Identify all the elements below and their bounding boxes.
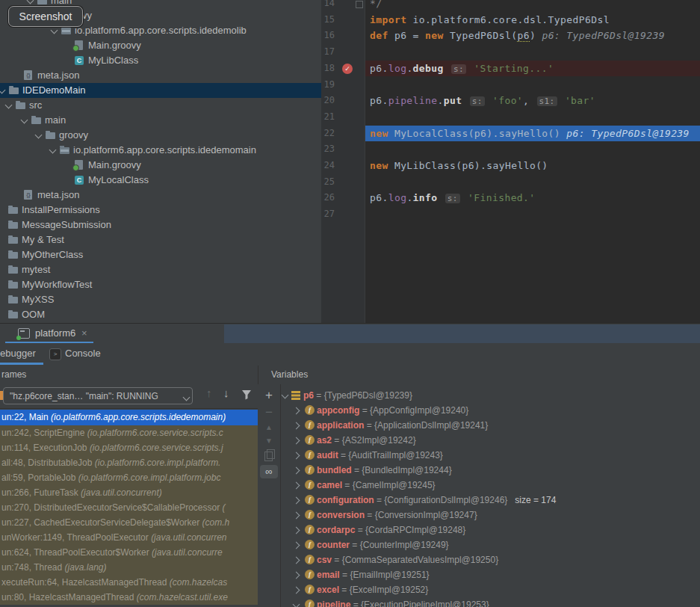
tree-item-mylocalclass[interactable]: CMyLocalClass [0,173,321,188]
variable-row-configuration[interactable]: fconfiguration = {ConfigurationDslImpl@1… [281,493,700,508]
tab-platform6[interactable]: platform6 × [5,324,93,344]
frame-row-3[interactable]: all:48, DistributableJob (io.platform6.c… [0,455,258,470]
frame-row-5[interactable]: un:266, FutureTask (java.util.concurrent… [0,485,258,500]
frame-row-8[interactable]: unWorker:1149, ThreadPoolExecutor (java.… [0,530,258,545]
code-line-16[interactable]: def p6 = new TypedP6Dsl(p6) p6: TypedP6D… [365,28,700,44]
chevron-right-icon[interactable] [293,497,300,505]
add-watch-icon[interactable]: + [258,388,280,403]
chevron-right-icon[interactable] [293,542,300,549]
tree-item-src[interactable]: src [0,98,321,113]
variable-row-audit[interactable]: faudit = {AuditTrailImpl@19243} [281,448,700,463]
frame-row-7[interactable]: un:227, CachedExecutorServiceDelegate$Wo… [0,515,258,530]
variable-row-p6[interactable]: p6 = {TypedP6Dsl@19239} [281,388,700,403]
frame-row-10[interactable]: un:748, Thread (java.lang) [0,560,258,575]
variable-row-as2[interactable]: fas2 = {AS2Impl@19242} [281,433,700,448]
frame-row-0[interactable]: un:22, Main (io.platform6.app.core.scrip… [0,410,258,425]
variable-row-csv[interactable]: fcsv = {CommaSeparatedValuesImpl@19250} [281,552,700,567]
variable-row-application[interactable]: fapplication = {ApplicationDslImpl@19241… [281,418,700,433]
chevron-right-icon[interactable] [293,437,300,445]
frame-row-1[interactable]: un:242, ScriptEngine (io.platform6.core.… [0,425,258,440]
frame-row-2[interactable]: un:114, ExecutionJob (io.platform6.core.… [0,440,258,455]
code-line-15[interactable]: import io.platform6.core.dsl.TypedP6Dsl [365,12,700,28]
variable-row-appconfig[interactable]: fappconfig = {AppConfigImpl@19240} [281,403,700,418]
chevron-right-icon[interactable] [293,452,300,460]
tree-item-meta-json[interactable]: {;}meta.json [0,68,321,83]
code-line-23[interactable] [365,141,700,158]
tree-item-main-groovy[interactable]: Main.groovy [0,158,321,173]
variable-row-cordarpc[interactable]: fcordarpc = {CordaRPCImpl@19248} [281,523,700,537]
chevron-right-icon[interactable] [293,572,300,579]
chevron-right-icon[interactable] [293,422,300,430]
next-frame-icon[interactable]: ↓ [223,386,229,399]
code-line-26[interactable]: p6.log.info s: 'Finished.' [365,190,700,206]
remove-watch-icon[interactable]: − [258,405,280,420]
show-watches-icon[interactable]: ∞ [260,465,278,478]
code-line-21[interactable] [365,109,700,126]
move-up-icon[interactable]: ▲ [258,423,280,431]
tree-item-oom[interactable]: OOM [0,307,321,322]
tree-item-meta-json[interactable]: {;}meta.json [0,188,321,203]
chevron-right-icon[interactable] [293,482,300,490]
tree-item-mytest[interactable]: mytest [0,262,321,277]
code-line-24[interactable]: new MyLibClass(p6).sayHello() [365,158,700,174]
breakpoint-icon[interactable]: ✓ [342,64,353,74]
chevron-right-icon[interactable] [293,527,300,534]
tree-item-myxss[interactable]: MyXSS [0,292,321,307]
variable-row-conversion[interactable]: fconversion = {ConversionImpl@19247} [281,508,700,523]
move-down-icon[interactable]: ▼ [258,437,280,445]
frame-row-9[interactable]: un:624, ThreadPoolExecutor$Worker (java.… [0,545,258,560]
screenshot-button[interactable]: Screenshot [8,6,83,27]
editor-gutter[interactable]: 1415161718✓192021222324252627 [321,0,365,323]
chevron-down-icon[interactable] [282,392,289,399]
chevron-right-icon[interactable] [293,467,300,475]
editor-code-area[interactable]: */import io.platform6.core.dsl.TypedP6Ds… [365,0,700,323]
chevron-down-icon[interactable] [5,102,13,109]
chevron-down-icon[interactable] [27,0,34,4]
tree-item-messagesubmission[interactable]: MessageSubmission [0,218,321,232]
chevron-down-icon[interactable] [0,87,5,94]
chevron-right-icon[interactable] [293,512,300,520]
code-line-17[interactable] [365,44,700,61]
chevron-down-icon[interactable] [35,132,43,139]
tree-item-groovy[interactable]: groovy [0,128,321,143]
variable-row-email[interactable]: femail = {EmailImpl@19251} [281,567,700,582]
code-line-25[interactable] [365,174,700,191]
frame-row-4[interactable]: all:59, PortableJob (io.platform6.core.i… [0,470,258,485]
chevron-right-icon[interactable] [293,407,300,415]
tree-item-myworkflowtest[interactable]: MyWorkflowTest [0,277,321,292]
variable-row-bundled[interactable]: fbundled = {BundledImpl@19244} [281,463,700,478]
tree-item-io-platform6-app-core-scripts-idedemomain[interactable]: io.platform6.app.core.scripts.idedemomai… [0,143,321,158]
tree-item-mylibclass[interactable]: CMyLibClass [0,53,321,68]
variable-row-counter[interactable]: fcounter = {CounterImpl@19249} [281,537,700,552]
frame-row-11[interactable]: xecuteRun:64, HazelcastManagedThread (co… [0,575,258,590]
variable-row-excel[interactable]: fexcel = {ExcelImpl@19252} [281,582,700,597]
code-line-20[interactable]: p6.pipeline.put s: 'foo', s1: 'bar' [365,93,700,109]
code-line-14[interactable]: */ [365,0,700,12]
chevron-down-icon[interactable] [49,147,57,154]
tree-item-idedemomain[interactable]: IDEDemoMain [0,83,321,98]
chevron-down-icon[interactable] [293,601,300,607]
chevron-down-icon[interactable] [51,27,58,34]
code-editor[interactable]: 1415161718✓192021222324252627 */import i… [321,0,700,323]
frame-row-12[interactable]: un:80, HazelcastManagedThread (com.hazel… [0,590,258,605]
chevron-right-icon[interactable] [293,557,300,564]
tree-item-my-test[interactable]: My & Test [0,232,321,247]
filter-frames-icon[interactable] [241,389,253,404]
code-line-19[interactable] [365,77,700,93]
chevron-right-icon[interactable] [293,587,300,594]
duplicate-watch-icon[interactable] [264,452,273,461]
previous-frame-icon[interactable]: ↑ [206,386,212,399]
variable-row-pipeline[interactable]: fpipeline = {ExecutionPipelineImpl@19253… [281,597,700,607]
tree-item-myotherclass[interactable]: MyOtherClass [0,247,321,262]
code-line-18[interactable]: p6.log.debug s: 'Starting...' [365,61,700,77]
tree-item-main-groovy[interactable]: Main.groovy [0,38,321,53]
code-line-22[interactable]: new MyLocalClass(p6).sayHello() p6: Type… [365,126,700,142]
frame-row-6[interactable]: un:270, DistributedExecutorService$Calla… [0,500,258,515]
fold-marker-icon[interactable] [356,1,363,8]
tree-item-installpermissions[interactable]: InstallPermissions [0,203,321,218]
variable-row-camel[interactable]: fcamel = {CamelImpl@19245} [281,478,700,493]
close-icon[interactable]: × [81,324,87,342]
thread-selector-dropdown[interactable]: "hz.p6core_stan… "main": RUNNING [3,387,193,404]
code-line-27[interactable] [365,206,700,223]
chevron-down-icon[interactable] [21,117,28,124]
